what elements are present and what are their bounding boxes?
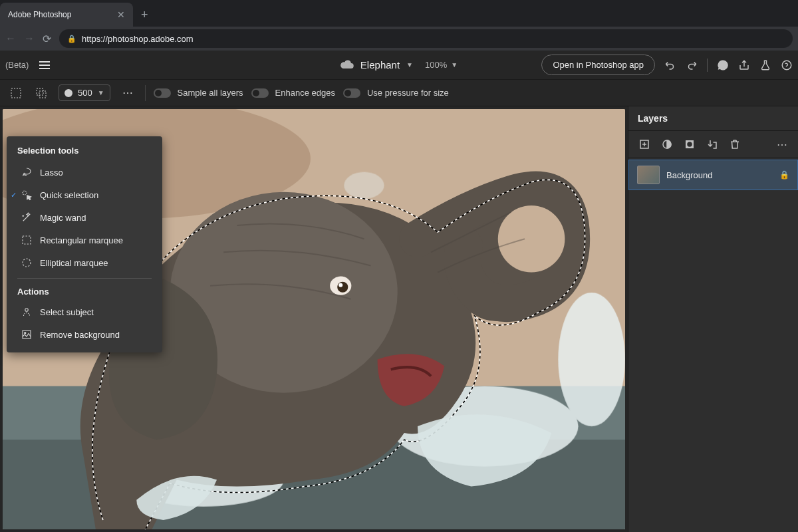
tool-label: Quick selection — [40, 190, 98, 200]
svg-point-16 — [338, 283, 342, 287]
svg-point-15 — [337, 282, 348, 293]
tool-rectangular-marquee[interactable]: Rectangular marquee — [7, 229, 162, 251]
tab-title: Adobe Photoshop — [8, 10, 71, 19]
browser-tab[interactable]: Adobe Photoshop ✕ — [0, 3, 133, 27]
actions-header: Actions — [7, 283, 162, 301]
svg-rect-2 — [37, 88, 43, 95]
layer-thumbnail — [637, 166, 660, 184]
browser-nav-bar: ← → ⟳ 🔒 https://photoshop.adobe.com — [0, 27, 798, 51]
document-name[interactable]: Elephant — [360, 59, 400, 70]
new-tab-button[interactable]: + — [133, 3, 156, 27]
app-topbar: (Beta) Elephant ▼ 100% ▼ Open in Photosh… — [0, 51, 798, 80]
more-icon[interactable]: ⋯ — [773, 135, 791, 154]
magic-wand-icon — [20, 211, 33, 224]
zoom-control[interactable]: 100% ▼ — [425, 60, 458, 70]
svg-rect-1 — [11, 88, 21, 98]
document-title-group: Elephant ▼ 100% ▼ — [340, 59, 458, 71]
mask-icon[interactable] — [680, 135, 699, 154]
tool-quick-selection[interactable]: ✓ Quick selection — [7, 184, 162, 206]
help-icon[interactable] — [781, 59, 793, 71]
toggle-label: Sample all layers — [178, 88, 243, 98]
toggle-label: Use pressure for size — [367, 88, 449, 98]
tool-label: Lasso — [40, 168, 63, 178]
tool-lasso[interactable]: Lasso — [7, 161, 162, 184]
brush-size-value: 500 — [78, 88, 92, 98]
comment-icon[interactable] — [717, 59, 729, 71]
forward-icon[interactable]: → — [24, 33, 35, 45]
layer-row[interactable]: Background 🔒 — [628, 160, 798, 190]
action-select-subject[interactable]: Select subject — [7, 301, 162, 323]
layers-toolbar: ⋯ — [628, 130, 798, 158]
selection-tools-flyout: Selection tools Lasso ✓ Quick selection … — [7, 136, 162, 352]
tool-label: Magic wand — [40, 213, 86, 223]
svg-point-10 — [558, 293, 625, 426]
tool-elliptical-marquee[interactable]: Elliptical marquee — [7, 251, 162, 274]
main-area: Selection tools Lasso ✓ Quick selection … — [0, 106, 798, 532]
svg-rect-3 — [39, 91, 46, 98]
delete-icon[interactable] — [726, 135, 744, 154]
svg-point-11 — [344, 172, 384, 199]
svg-point-19 — [23, 259, 31, 267]
svg-point-13 — [498, 205, 565, 273]
svg-point-17 — [23, 191, 27, 195]
tool-magic-wand[interactable]: Magic wand — [7, 206, 162, 229]
remove-background-icon — [20, 328, 33, 341]
svg-point-20 — [25, 309, 29, 312]
select-subtract-icon[interactable] — [32, 84, 51, 102]
svg-point-22 — [25, 332, 26, 334]
action-label: Remove background — [40, 330, 120, 340]
adjustment-layer-icon[interactable] — [658, 135, 676, 154]
menu-icon[interactable] — [37, 59, 53, 72]
beta-label: (Beta) — [5, 60, 29, 70]
redo-icon[interactable] — [686, 59, 698, 71]
action-label: Select subject — [40, 307, 94, 317]
reload-icon[interactable]: ⟳ — [43, 33, 51, 45]
toggle-label: Enhance edges — [275, 88, 335, 98]
layers-panel: Layers ⋯ Background 🔒 — [628, 106, 798, 532]
clip-icon[interactable] — [703, 135, 722, 154]
url-bar[interactable]: 🔒 https://photoshop.adobe.com — [59, 29, 793, 48]
lock-icon[interactable]: 🔒 — [779, 170, 789, 180]
divider — [145, 85, 146, 101]
flask-icon[interactable] — [759, 59, 771, 71]
lock-icon: 🔒 — [67, 35, 76, 43]
canvas-wrap: Selection tools Lasso ✓ Quick selection … — [0, 106, 628, 532]
svg-point-26 — [687, 142, 692, 147]
use-pressure-toggle[interactable] — [343, 88, 360, 98]
url-text: https://photoshop.adobe.com — [82, 34, 194, 44]
rectangular-marquee-icon — [20, 233, 33, 247]
quick-selection-icon — [20, 188, 33, 201]
back-icon[interactable]: ← — [5, 33, 16, 45]
more-icon[interactable]: ⋯ — [118, 86, 137, 99]
flyout-header: Selection tools — [7, 143, 162, 161]
close-icon[interactable]: ✕ — [117, 9, 125, 20]
cloud-icon — [340, 59, 354, 71]
divider — [17, 278, 152, 279]
browser-tab-strip: Adobe Photoshop ✕ + — [0, 0, 798, 27]
elliptical-marquee-icon — [20, 256, 33, 269]
layer-name: Background — [666, 170, 712, 180]
check-icon: ✓ — [11, 191, 17, 200]
chevron-down-icon: ▼ — [451, 61, 458, 68]
share-icon[interactable] — [738, 59, 750, 71]
chevron-down-icon: ▼ — [98, 89, 104, 96]
lasso-icon — [20, 166, 33, 179]
brush-size-control[interactable]: 500 ▼ — [59, 84, 110, 101]
options-bar: 500 ▼ ⋯ Sample all layers Enhance edges … — [0, 80, 798, 106]
tool-label: Rectangular marquee — [40, 235, 123, 245]
action-remove-background[interactable]: Remove background — [7, 323, 162, 346]
chevron-down-icon[interactable]: ▼ — [406, 61, 413, 68]
zoom-value: 100% — [425, 60, 447, 70]
open-in-app-button[interactable]: Open in Photoshop app — [541, 55, 655, 75]
sample-all-layers-toggle[interactable] — [154, 88, 171, 98]
undo-icon[interactable] — [664, 59, 676, 71]
tool-label: Elliptical marquee — [40, 258, 108, 268]
select-subject-icon — [20, 305, 33, 319]
select-add-icon[interactable] — [7, 84, 25, 102]
layers-header: Layers — [628, 106, 798, 130]
brush-dot-icon — [65, 89, 72, 97]
add-layer-icon[interactable] — [635, 135, 654, 154]
svg-rect-18 — [23, 236, 31, 244]
enhance-edges-toggle[interactable] — [251, 88, 269, 98]
